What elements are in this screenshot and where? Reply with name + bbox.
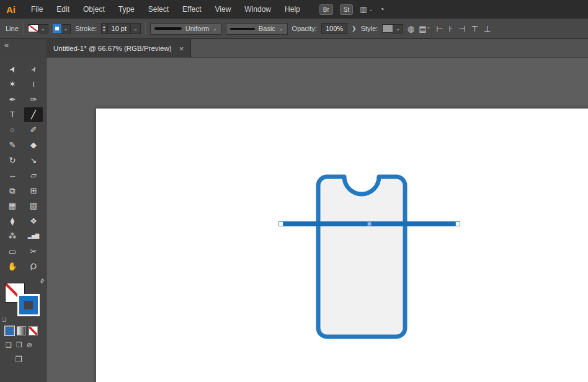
stroke-weight-stepper[interactable]: ▴ ▾	[101, 23, 107, 34]
line-segment-icon: ╱	[31, 110, 36, 118]
lasso-tool[interactable]: ≀	[24, 77, 43, 92]
align-bottom-icon[interactable]: ⊥	[484, 24, 491, 33]
panel-collapse-button[interactable]: «	[0, 39, 47, 58]
opacity-input[interactable]: 100%	[321, 23, 347, 34]
free-transform-icon: ▱	[30, 171, 37, 179]
tank-top-shape[interactable]	[318, 177, 405, 337]
menu-items: FileEditObjectTypeSelectEffectViewWindow…	[24, 5, 307, 14]
screen-mode-icon[interactable]: ❐	[15, 355, 22, 364]
scale-icon: ↘	[30, 156, 37, 164]
eraser-icon: ◆	[30, 141, 37, 149]
paintbrush-tool[interactable]: ✐	[24, 122, 43, 138]
document-setup-dropdown[interactable]: ▤ ⌄	[419, 24, 430, 33]
slice-tool[interactable]: ✂	[24, 244, 43, 259]
eraser-tool[interactable]: ◆	[24, 138, 43, 153]
tab-row: « Untitled-1* @ 66.67% (RGB/Preview) ×	[0, 39, 588, 58]
stock-button[interactable]: St	[340, 4, 353, 15]
tab-close-icon[interactable]: ×	[179, 44, 184, 53]
document-tab-title: Untitled-1* @ 66.67% (RGB/Preview)	[53, 45, 172, 52]
apply-color-row	[5, 326, 46, 335]
menu-type[interactable]: Type	[112, 5, 141, 14]
menu-edit[interactable]: Edit	[50, 5, 76, 14]
blend-icon: ❖	[30, 217, 37, 225]
line-segment-tool[interactable]: ╱	[24, 107, 43, 123]
curvature-tool[interactable]: ✑	[24, 92, 43, 107]
stroke-color-dropdown[interactable]: ⌄	[53, 24, 71, 33]
bridge-button[interactable]: Br	[319, 4, 333, 15]
stroke-color-swatch	[53, 24, 61, 33]
type-tool[interactable]: T	[3, 107, 22, 123]
anchor-handle-right[interactable]	[456, 222, 460, 226]
menu-help[interactable]: Help	[278, 5, 307, 14]
mesh-tool[interactable]: ▦	[3, 198, 22, 214]
draw-behind-icon[interactable]: ❒	[16, 341, 22, 349]
draw-normal-icon[interactable]: ❑	[6, 341, 12, 349]
blend-tool[interactable]: ❖	[24, 213, 43, 229]
direct-selection-tool[interactable]: ➢	[24, 61, 43, 77]
symbol-sprayer-icon: ⁂	[9, 232, 17, 240]
menu-window[interactable]: Window	[238, 5, 278, 14]
align-center-icon[interactable]: ⊦	[449, 24, 453, 33]
swap-fill-stroke-icon[interactable]: ⇄	[38, 277, 46, 285]
document-icon: ▤	[419, 24, 426, 33]
stroke-swatch[interactable]	[17, 294, 40, 316]
width-profile-dropdown[interactable]: Uniform ⌄	[150, 23, 221, 35]
menu-select[interactable]: Select	[141, 5, 176, 14]
free-transform-tool[interactable]: ▱	[24, 168, 43, 184]
gradient-icon: ▧	[30, 202, 37, 210]
selection-tool[interactable]: ➤	[3, 61, 22, 77]
menu-object[interactable]: Object	[76, 5, 112, 14]
fill-none-swatch	[28, 24, 38, 32]
canvas[interactable]	[47, 58, 588, 382]
eyedropper-tool[interactable]: ⧫	[3, 213, 22, 229]
perspective-grid-tool[interactable]: ⊞	[24, 183, 43, 198]
default-colors-icon[interactable]: ❏	[2, 317, 6, 322]
workspace-icon: ▥	[360, 5, 367, 14]
gradient-tool[interactable]: ▧	[24, 198, 43, 214]
align-left-icon[interactable]: ⊢	[436, 24, 443, 33]
ellipse-tool[interactable]: ○	[3, 122, 22, 138]
gradient-button[interactable]	[17, 326, 26, 335]
chevron-down-icon[interactable]: ⌄	[131, 23, 141, 34]
brush-definition-dropdown[interactable]: Basic ⌄	[226, 23, 288, 35]
fill-stroke-widget: ⇄ ❏	[5, 283, 41, 318]
menu-file[interactable]: File	[24, 5, 50, 14]
stepper-down-icon[interactable]: ▾	[103, 29, 105, 32]
fill-color-dropdown[interactable]: ⌄	[28, 24, 48, 33]
pencil-tool[interactable]: ✎	[3, 138, 22, 153]
width-tool[interactable]: ↔	[3, 168, 22, 184]
align-right-icon[interactable]: ⊣	[458, 24, 465, 33]
globe-icon[interactable]: ◍	[408, 24, 414, 33]
share-icon[interactable]: ◔	[380, 5, 384, 14]
draw-inside-icon[interactable]: ⊘	[27, 341, 32, 349]
color-button[interactable]	[5, 326, 14, 335]
mesh-icon: ▦	[9, 202, 16, 210]
pen-icon: ✒	[9, 96, 16, 104]
slice-icon: ✂	[30, 247, 37, 255]
opacity-expand-icon[interactable]: ❯	[352, 25, 357, 32]
artboard-tool[interactable]: ▭	[3, 244, 22, 259]
anchor-handle-left[interactable]	[279, 222, 283, 226]
center-anchor-point[interactable]	[368, 222, 372, 226]
symbol-sprayer-tool[interactable]: ⁂	[3, 229, 22, 244]
align-top-icon[interactable]: ⊤	[471, 24, 478, 33]
chevron-down-icon: ⌄	[426, 24, 430, 33]
scale-tool[interactable]: ↘	[24, 153, 43, 168]
document-tab[interactable]: Untitled-1* @ 66.67% (RGB/Preview) ×	[47, 39, 191, 58]
menu-view[interactable]: View	[208, 5, 238, 14]
rotate-tool[interactable]: ↻	[3, 153, 22, 168]
none-button[interactable]	[29, 326, 38, 335]
zoom-tool[interactable]: Ϙ	[24, 259, 43, 275]
menu-effect[interactable]: Effect	[176, 5, 208, 14]
magic-wand-tool[interactable]: ✶	[3, 77, 22, 92]
style-dropdown[interactable]: ⌄	[382, 24, 403, 33]
column-graph-tool[interactable]: ▂▅▇	[24, 229, 43, 244]
pen-tool[interactable]: ✒	[3, 92, 22, 107]
stroke-weight-input[interactable]: 10 pt	[107, 23, 131, 34]
shape-builder-tool[interactable]: ⧉	[3, 183, 22, 198]
menubar-right: Br St ▥ ⌄ ◔	[319, 4, 385, 15]
style-swatch	[382, 24, 393, 33]
workspace-switcher[interactable]: ▥ ⌄	[360, 5, 373, 14]
hand-tool[interactable]: ✋	[3, 259, 22, 275]
app-logo[interactable]: Ai	[0, 4, 24, 15]
